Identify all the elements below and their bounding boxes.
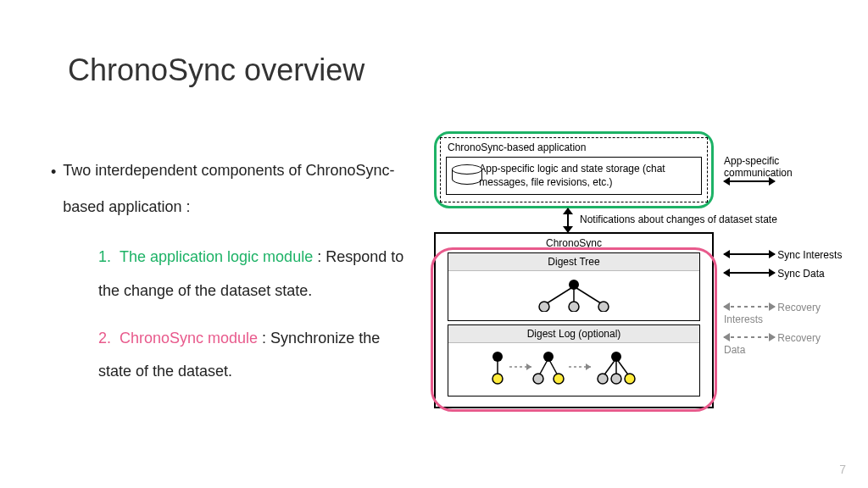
svg-point-5 (569, 302, 579, 312)
notification-label: Notifications about changes of dataset s… (580, 214, 834, 225)
bidir-arrow-icon (724, 272, 775, 274)
app-box-title: ChronoSync-based application (448, 141, 702, 153)
svg-point-15 (533, 374, 543, 384)
item-number: 2. (98, 330, 111, 347)
svg-marker-18 (586, 363, 591, 370)
vertical-connector: Notifications about changes of dataset s… (561, 208, 575, 232)
svg-point-16 (554, 374, 564, 384)
app-inner-box: App-specific logic and state storage (ch… (446, 157, 702, 195)
app-box-wrap: ChronoSync-based application App-specifi… (434, 131, 714, 208)
diagram: ChronoSync-based application App-specifi… (434, 131, 849, 408)
svg-point-4 (539, 302, 549, 312)
svg-point-3 (569, 280, 579, 290)
item-number: 1. (98, 248, 111, 265)
bidir-arrow-dashed-icon (724, 306, 775, 308)
app-arrow-col: App-specific communication (724, 155, 834, 186)
sync-data-row: Sync Data (724, 268, 843, 280)
green-highlight-box: ChronoSync-based application App-specifi… (434, 131, 714, 208)
diagram-top-row: ChronoSync-based application App-specifi… (434, 131, 849, 208)
sync-interests-row: Sync Interests (724, 249, 843, 261)
app-comm-label: App-specific communication (724, 155, 834, 179)
sync-data-label: Sync Data (777, 268, 824, 280)
digest-log-header: Digest Log (optional) (448, 325, 699, 343)
app-desc-text: App-specific logic and state storage (ch… (479, 163, 696, 189)
svg-point-6 (598, 302, 609, 312)
svg-line-2 (574, 286, 604, 305)
recovery-interests-row: Recovery Interests (724, 302, 843, 325)
item-strong: ChronoSync module (120, 330, 258, 347)
chronosync-title: ChronoSync (441, 237, 707, 249)
item-strong: The application logic module (120, 248, 313, 265)
log-chain-icon (481, 350, 667, 387)
main-bullet-text: Two interdependent components of ChronoS… (63, 152, 415, 225)
svg-point-14 (543, 352, 554, 362)
svg-point-24 (611, 374, 621, 384)
svg-point-25 (625, 374, 635, 384)
bullet-dot-icon: • (51, 154, 56, 225)
svg-marker-11 (526, 363, 531, 370)
digest-log-graphic (448, 343, 699, 391)
slide-title: ChronoSync overview (68, 53, 364, 88)
sublist: 1.The application logic module : Respond… (98, 241, 415, 388)
digest-tree-graphic (448, 271, 699, 315)
bidir-arrow-icon (724, 180, 775, 182)
sub-item-2: 2.ChronoSync module : Synchronize the st… (98, 322, 415, 389)
side-arrows: Sync Interests Sync Data Recovery Intere… (724, 232, 843, 363)
sync-interests-label: Sync Interests (777, 249, 842, 261)
svg-point-8 (492, 352, 503, 362)
chronosync-wrap: ChronoSync Digest Tree (434, 232, 714, 408)
app-dashed-box: ChronoSync-based application App-specifi… (440, 137, 708, 202)
digest-tree-header: Digest Tree (448, 253, 699, 271)
bidir-arrow-icon (724, 253, 775, 255)
svg-point-9 (492, 374, 503, 384)
chronosync-box: ChronoSync Digest Tree (434, 232, 714, 408)
page-number: 7 (839, 463, 846, 476)
svg-point-22 (611, 352, 621, 362)
bidir-arrow-dashed-icon (724, 336, 775, 338)
bullet-block: • Two interdependent components of Chron… (51, 152, 415, 402)
sub-item-1: 1.The application logic module : Respond… (98, 241, 415, 308)
storage-cylinder-icon (452, 164, 472, 188)
tree-icon (527, 278, 620, 312)
digest-tree-box: Digest Tree (448, 252, 700, 321)
diagram-bottom-row: ChronoSync Digest Tree (434, 232, 849, 408)
svg-line-0 (544, 286, 574, 305)
digest-log-box: Digest Log (optional) (448, 324, 700, 396)
svg-point-23 (598, 374, 608, 384)
main-bullet: • Two interdependent components of Chron… (51, 152, 415, 225)
recovery-data-row: Recovery Data (724, 332, 843, 356)
